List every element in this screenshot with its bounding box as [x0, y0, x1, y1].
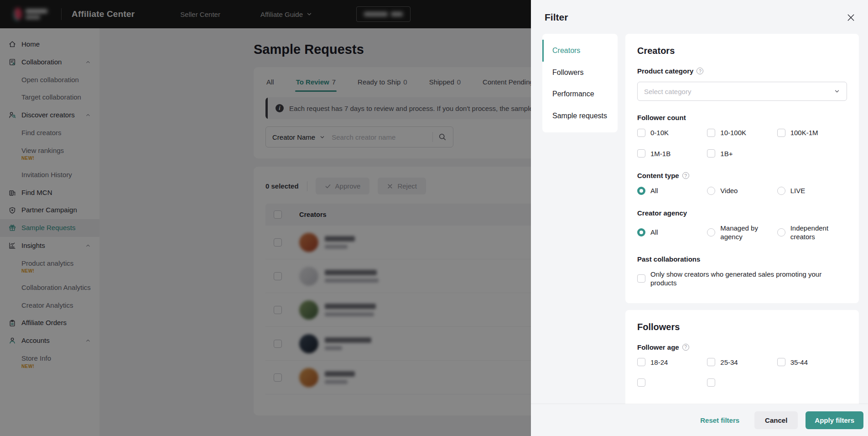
checkbox	[707, 129, 715, 137]
follower-count-10-100k[interactable]: 10-100K	[707, 128, 777, 137]
checkbox	[637, 129, 645, 137]
radio	[637, 187, 645, 195]
help-icon[interactable]: ?	[696, 68, 703, 74]
content-type-video[interactable]: Video	[707, 186, 777, 195]
follower-count-1m-1b[interactable]: 1M-1B	[637, 149, 707, 158]
checkbox	[637, 378, 645, 387]
filter-footer: Reset filters Cancel Apply filters	[531, 404, 868, 436]
checkbox	[707, 378, 715, 387]
apply-filters-button[interactable]: Apply filters	[806, 411, 863, 429]
screen: Affiliate Center Seller CenterAffiliate …	[0, 0, 868, 436]
follower-count-100k-1m[interactable]: 100K-1M	[777, 128, 847, 137]
creators-heading: Creators	[637, 46, 847, 56]
creator-agency-label: Creator agency	[637, 209, 847, 217]
product-category-select[interactable]: Select category	[637, 82, 847, 101]
follower-count-options: 0-10K10-100K100K-1M1M-1B1B+	[637, 128, 847, 158]
past-collaborations-checkbox[interactable]: Only show creators who generated sales p…	[637, 270, 847, 288]
filter-section-nav: CreatorsFollowersPerformanceSample reque…	[542, 34, 618, 132]
close-icon[interactable]	[847, 13, 855, 22]
follower-age-35-44[interactable]: 35-44	[777, 358, 847, 367]
cancel-button[interactable]: Cancel	[754, 411, 798, 429]
checkbox	[707, 149, 715, 158]
creator-agency-options: AllManaged by agencyIndependent creators	[637, 224, 847, 242]
help-icon[interactable]: ?	[682, 172, 689, 179]
help-icon[interactable]: ?	[682, 344, 689, 351]
creator-agency-independent-creators[interactable]: Independent creators	[777, 224, 847, 242]
filter-body: CreatorsFollowersPerformanceSample reque…	[531, 31, 868, 436]
follower-age-25-34[interactable]: 25-34	[707, 358, 777, 367]
filter-section-creators: Creators Product category ? Select categ…	[625, 34, 859, 303]
checkbox	[707, 358, 715, 366]
filter-nav-performance[interactable]: Performance	[542, 83, 618, 105]
follower-age-options: 18-2425-3435-44	[637, 358, 847, 387]
content-type-label: Content type ?	[637, 172, 847, 179]
followers-heading: Followers	[637, 322, 847, 332]
chevron-down-icon	[834, 88, 840, 95]
radio	[707, 228, 715, 236]
past-collaborations-label: Past collaborations	[637, 255, 847, 263]
product-category-label: Product category ?	[637, 67, 847, 75]
filter-section-followers: Followers Follower age ? 18-2425-3435-44	[625, 310, 859, 413]
checkbox	[637, 358, 645, 366]
follower-count-label: Follower count	[637, 114, 847, 121]
creator-agency-all[interactable]: All	[637, 224, 707, 242]
content-type-live[interactable]: LIVE	[777, 186, 847, 195]
follower-age-18-24[interactable]: 18-24	[637, 358, 707, 367]
checkbox	[777, 129, 785, 137]
follower-age-label: Follower age ?	[637, 343, 847, 351]
follower-age-option[interactable]	[637, 378, 707, 387]
checkbox	[637, 149, 645, 158]
filter-nav-sample-requests[interactable]: Sample requests	[542, 105, 618, 127]
follower-age-option[interactable]	[707, 378, 777, 387]
radio	[637, 228, 645, 236]
filter-title: Filter	[545, 12, 568, 23]
creator-agency-managed-by-agency[interactable]: Managed by agency	[707, 224, 777, 242]
filter-sections: Creators Product category ? Select categ…	[625, 34, 859, 412]
filter-nav-creators[interactable]: Creators	[542, 40, 618, 62]
content-type-all[interactable]: All	[637, 186, 707, 195]
content-type-options: AllVideoLIVE	[637, 186, 847, 195]
filter-header: Filter	[531, 0, 868, 31]
checkbox	[637, 274, 645, 283]
follower-count-1b[interactable]: 1B+	[707, 149, 777, 158]
radio	[777, 187, 785, 195]
filter-nav-followers[interactable]: Followers	[542, 62, 618, 84]
radio	[707, 187, 715, 195]
checkbox	[777, 358, 785, 366]
filter-drawer: Filter CreatorsFollowersPerformanceSampl…	[531, 0, 868, 436]
radio	[777, 228, 785, 236]
follower-count-0-10k[interactable]: 0-10K	[637, 128, 707, 137]
reset-filters-button[interactable]: Reset filters	[700, 416, 739, 424]
